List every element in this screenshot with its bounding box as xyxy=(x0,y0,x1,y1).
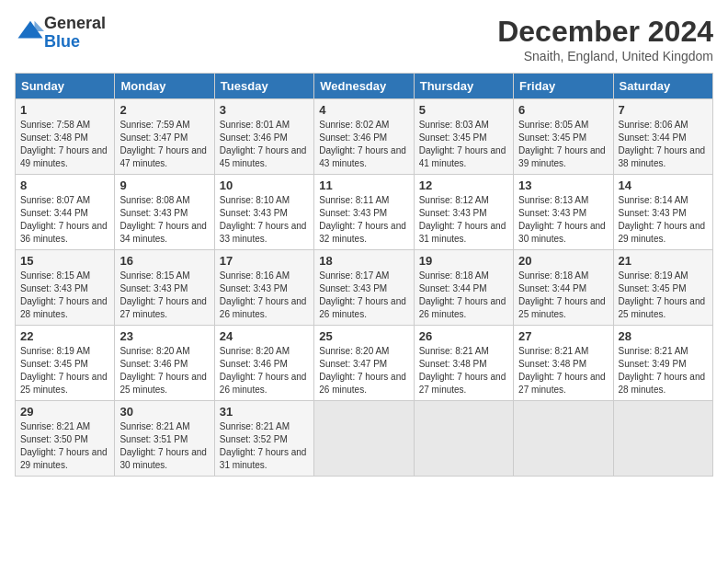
day-number: 3 xyxy=(220,103,309,117)
calendar-week-1: 1Sunrise: 7:58 AMSunset: 3:48 PMDaylight… xyxy=(16,99,713,175)
day-detail: Sunrise: 8:15 AMSunset: 3:43 PMDaylight:… xyxy=(20,270,109,321)
day-header-saturday: Saturday xyxy=(613,74,712,99)
day-detail: Sunrise: 8:19 AMSunset: 3:45 PMDaylight:… xyxy=(619,270,708,321)
calendar-cell: 26Sunrise: 8:21 AMSunset: 3:48 PMDayligh… xyxy=(414,326,513,401)
day-number: 6 xyxy=(518,103,608,117)
calendar-header-row: SundayMondayTuesdayWednesdayThursdayFrid… xyxy=(16,74,713,99)
day-detail: Sunrise: 8:13 AMSunset: 3:43 PMDaylight:… xyxy=(518,194,608,246)
day-number: 4 xyxy=(319,103,408,117)
calendar-cell: 3Sunrise: 8:01 AMSunset: 3:46 PMDaylight… xyxy=(214,99,313,175)
calendar-cell: 4Sunrise: 8:02 AMSunset: 3:46 PMDaylight… xyxy=(314,99,414,175)
day-number: 30 xyxy=(119,405,209,419)
calendar-cell: 23Sunrise: 8:20 AMSunset: 3:46 PMDayligh… xyxy=(115,326,214,401)
day-number: 13 xyxy=(518,178,608,192)
calendar-cell: 28Sunrise: 8:21 AMSunset: 3:49 PMDayligh… xyxy=(613,326,712,401)
day-detail: Sunrise: 8:12 AMSunset: 3:43 PMDaylight:… xyxy=(419,194,508,246)
calendar-cell: 25Sunrise: 8:20 AMSunset: 3:47 PMDayligh… xyxy=(314,326,414,401)
day-detail: Sunrise: 8:03 AMSunset: 3:45 PMDaylight:… xyxy=(419,119,508,170)
day-number: 5 xyxy=(419,103,508,117)
svg-marker-1 xyxy=(35,21,45,31)
calendar-body: 1Sunrise: 7:58 AMSunset: 3:48 PMDaylight… xyxy=(16,99,713,477)
day-number: 31 xyxy=(220,405,309,419)
day-detail: Sunrise: 8:21 AMSunset: 3:48 PMDaylight:… xyxy=(419,345,508,396)
calendar-cell: 30Sunrise: 8:21 AMSunset: 3:51 PMDayligh… xyxy=(115,401,214,477)
day-header-friday: Friday xyxy=(514,74,613,99)
day-detail: Sunrise: 8:02 AMSunset: 3:46 PMDaylight:… xyxy=(319,119,408,170)
day-detail: Sunrise: 8:16 AMSunset: 3:43 PMDaylight:… xyxy=(220,270,309,321)
day-header-tuesday: Tuesday xyxy=(214,74,313,99)
calendar-cell xyxy=(514,401,613,477)
calendar-week-5: 29Sunrise: 8:21 AMSunset: 3:50 PMDayligh… xyxy=(16,401,713,477)
calendar-cell: 7Sunrise: 8:06 AMSunset: 3:44 PMDaylight… xyxy=(613,99,712,175)
day-detail: Sunrise: 8:18 AMSunset: 3:44 PMDaylight:… xyxy=(518,270,608,321)
day-number: 9 xyxy=(119,178,209,192)
day-number: 8 xyxy=(20,178,109,192)
title-block: December 2024 Snaith, England, United Ki… xyxy=(497,15,713,63)
calendar-cell xyxy=(613,401,712,477)
calendar-cell: 10Sunrise: 8:10 AMSunset: 3:43 PMDayligh… xyxy=(214,175,313,250)
day-number: 2 xyxy=(119,103,209,117)
day-detail: Sunrise: 8:21 AMSunset: 3:49 PMDaylight:… xyxy=(619,345,708,396)
day-detail: Sunrise: 8:17 AMSunset: 3:43 PMDaylight:… xyxy=(319,270,408,321)
day-detail: Sunrise: 8:20 AMSunset: 3:46 PMDaylight:… xyxy=(119,345,209,396)
day-number: 24 xyxy=(220,329,309,343)
day-number: 21 xyxy=(619,254,708,268)
calendar-cell: 29Sunrise: 8:21 AMSunset: 3:50 PMDayligh… xyxy=(16,401,115,477)
day-header-thursday: Thursday xyxy=(414,74,513,99)
calendar-cell: 14Sunrise: 8:14 AMSunset: 3:43 PMDayligh… xyxy=(613,175,712,250)
calendar-cell: 5Sunrise: 8:03 AMSunset: 3:45 PMDaylight… xyxy=(414,99,513,175)
day-detail: Sunrise: 7:58 AMSunset: 3:48 PMDaylight:… xyxy=(20,119,109,170)
day-number: 11 xyxy=(319,178,408,192)
day-detail: Sunrise: 8:07 AMSunset: 3:44 PMDaylight:… xyxy=(20,194,109,246)
calendar-cell: 6Sunrise: 8:05 AMSunset: 3:45 PMDaylight… xyxy=(514,99,613,175)
day-header-sunday: Sunday xyxy=(16,74,115,99)
calendar-cell: 18Sunrise: 8:17 AMSunset: 3:43 PMDayligh… xyxy=(314,250,414,326)
day-header-wednesday: Wednesday xyxy=(314,74,414,99)
month-title: December 2024 xyxy=(497,15,713,49)
day-number: 1 xyxy=(20,103,109,117)
calendar-cell: 21Sunrise: 8:19 AMSunset: 3:45 PMDayligh… xyxy=(613,250,712,326)
calendar-cell: 11Sunrise: 8:11 AMSunset: 3:43 PMDayligh… xyxy=(314,175,414,250)
day-number: 20 xyxy=(518,254,608,268)
logo-icon xyxy=(17,17,44,45)
calendar-cell: 24Sunrise: 8:20 AMSunset: 3:46 PMDayligh… xyxy=(214,326,313,401)
day-detail: Sunrise: 8:11 AMSunset: 3:43 PMDaylight:… xyxy=(319,194,408,246)
day-number: 12 xyxy=(419,178,508,192)
calendar-cell: 2Sunrise: 7:59 AMSunset: 3:47 PMDaylight… xyxy=(115,99,214,175)
calendar-cell xyxy=(414,401,513,477)
day-detail: Sunrise: 8:08 AMSunset: 3:43 PMDaylight:… xyxy=(119,194,209,246)
day-number: 23 xyxy=(119,329,209,343)
calendar-week-3: 15Sunrise: 8:15 AMSunset: 3:43 PMDayligh… xyxy=(16,250,713,326)
calendar-cell: 31Sunrise: 8:21 AMSunset: 3:52 PMDayligh… xyxy=(214,401,313,477)
calendar-week-2: 8Sunrise: 8:07 AMSunset: 3:44 PMDaylight… xyxy=(16,175,713,250)
day-detail: Sunrise: 8:21 AMSunset: 3:48 PMDaylight:… xyxy=(518,345,608,396)
calendar-cell: 1Sunrise: 7:58 AMSunset: 3:48 PMDaylight… xyxy=(16,99,115,175)
day-detail: Sunrise: 8:05 AMSunset: 3:45 PMDaylight:… xyxy=(518,119,608,170)
day-number: 28 xyxy=(619,329,708,343)
calendar-cell: 15Sunrise: 8:15 AMSunset: 3:43 PMDayligh… xyxy=(16,250,115,326)
calendar-week-4: 22Sunrise: 8:19 AMSunset: 3:45 PMDayligh… xyxy=(16,326,713,401)
calendar-table: SundayMondayTuesdayWednesdayThursdayFrid… xyxy=(15,73,713,477)
day-detail: Sunrise: 8:20 AMSunset: 3:47 PMDaylight:… xyxy=(319,345,408,396)
day-number: 25 xyxy=(319,329,408,343)
day-detail: Sunrise: 7:59 AMSunset: 3:47 PMDaylight:… xyxy=(119,119,209,170)
calendar-cell: 19Sunrise: 8:18 AMSunset: 3:44 PMDayligh… xyxy=(414,250,513,326)
day-detail: Sunrise: 8:21 AMSunset: 3:51 PMDaylight:… xyxy=(119,420,209,472)
day-detail: Sunrise: 8:15 AMSunset: 3:43 PMDaylight:… xyxy=(119,270,209,321)
calendar-cell: 8Sunrise: 8:07 AMSunset: 3:44 PMDaylight… xyxy=(16,175,115,250)
day-number: 7 xyxy=(619,103,708,117)
day-detail: Sunrise: 8:19 AMSunset: 3:45 PMDaylight:… xyxy=(20,345,109,396)
day-detail: Sunrise: 8:21 AMSunset: 3:52 PMDaylight:… xyxy=(220,420,309,472)
calendar-cell: 27Sunrise: 8:21 AMSunset: 3:48 PMDayligh… xyxy=(514,326,613,401)
calendar-cell: 9Sunrise: 8:08 AMSunset: 3:43 PMDaylight… xyxy=(115,175,214,250)
day-number: 27 xyxy=(518,329,608,343)
day-detail: Sunrise: 8:06 AMSunset: 3:44 PMDaylight:… xyxy=(619,119,708,170)
logo-general: General xyxy=(44,14,106,32)
day-number: 19 xyxy=(419,254,508,268)
location-subtitle: Snaith, England, United Kingdom xyxy=(497,49,713,63)
calendar-cell: 12Sunrise: 8:12 AMSunset: 3:43 PMDayligh… xyxy=(414,175,513,250)
calendar-cell: 13Sunrise: 8:13 AMSunset: 3:43 PMDayligh… xyxy=(514,175,613,250)
day-detail: Sunrise: 8:18 AMSunset: 3:44 PMDaylight:… xyxy=(419,270,508,321)
calendar-cell: 17Sunrise: 8:16 AMSunset: 3:43 PMDayligh… xyxy=(214,250,313,326)
logo-blue: Blue xyxy=(44,32,80,51)
